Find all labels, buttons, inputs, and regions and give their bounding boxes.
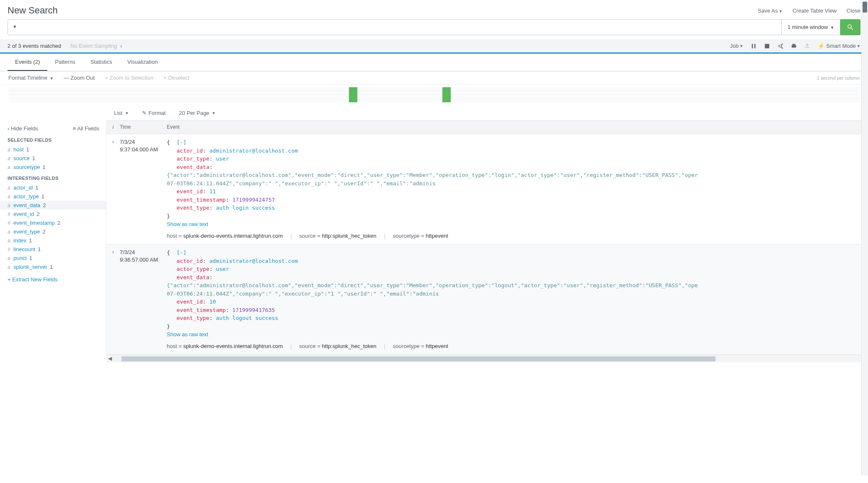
field-name: event_data	[13, 202, 40, 208]
field-type-indicator: a	[8, 147, 13, 153]
scrollbar-thumb[interactable]	[121, 356, 716, 361]
timeline-bar[interactable]	[349, 87, 357, 102]
pause-icon[interactable]	[751, 43, 757, 49]
expand-event-button[interactable]: ›	[106, 249, 120, 350]
field-toggle: ‹ Hide Fields ≡ All Fields	[8, 125, 99, 132]
field-count: 1	[29, 237, 32, 244]
create-table-view-button[interactable]: Create Table View	[793, 8, 837, 14]
tab-statistics[interactable]: Statistics	[83, 54, 120, 71]
field-type-indicator: a	[8, 255, 13, 261]
field-name: actor_type	[13, 193, 39, 200]
field-item-host[interactable]: ahost1	[8, 145, 99, 154]
save-as-button[interactable]: Save As▼	[758, 8, 783, 14]
field-type-indicator: a	[8, 185, 13, 191]
smart-mode-dropdown[interactable]: ⚡Smart Mode ▼	[818, 43, 860, 49]
column-header-info[interactable]: i	[106, 124, 120, 130]
tab-visualization[interactable]: Visualization	[120, 54, 165, 71]
job-controls: Job ▼ ⚡Smart Mode ▼	[730, 43, 860, 49]
event-source[interactable]: source = http:splunk_hec_token	[300, 342, 377, 351]
zoom-out-button[interactable]: — Zoom Out	[64, 75, 95, 81]
main-content: ‹ Hide Fields ≡ All Fields SELECTED FIEL…	[0, 120, 868, 355]
pencil-icon: ✎	[142, 110, 147, 116]
field-item-splunk_server[interactable]: asplunk_server1	[8, 262, 99, 271]
horizontal-scrollbar[interactable]: ◀ ▶	[106, 355, 868, 362]
field-name: host	[13, 146, 24, 153]
field-item-event_data[interactable]: aevent_data2	[0, 201, 106, 210]
svg-rect-3	[792, 45, 796, 47]
field-count: 1	[26, 146, 29, 153]
stop-icon[interactable]	[764, 43, 770, 49]
field-type-indicator: a	[8, 194, 13, 200]
field-name: event_type	[13, 229, 40, 235]
event-host[interactable]: host = splunk-demo-events.internal.light…	[167, 232, 283, 240]
time-range-picker[interactable]: 1 minute window ▼	[782, 19, 840, 35]
field-count: 1	[29, 255, 32, 261]
event-metadata: host = splunk-demo-events.internal.light…	[167, 342, 868, 351]
field-item-actor_type[interactable]: aactor_type1	[8, 192, 99, 201]
fields-sidebar: ‹ Hide Fields ≡ All Fields SELECTED FIEL…	[0, 120, 106, 355]
format-timeline-dropdown[interactable]: Format Timeline ▼	[8, 75, 54, 81]
svg-rect-0	[752, 44, 753, 48]
event-source[interactable]: source = http:splunk_hec_token	[300, 232, 377, 240]
scroll-left-arrow[interactable]: ◀	[108, 356, 112, 361]
format-row: List ▼ ✎ Format 20 Per Page ▼	[0, 106, 868, 120]
list-format-dropdown[interactable]: List ▼	[114, 110, 129, 116]
extract-new-fields-link[interactable]: + Extract New Fields	[8, 276, 99, 283]
tab-events[interactable]: Events (2)	[8, 54, 47, 71]
field-item-linecount[interactable]: #linecount1	[8, 245, 99, 254]
hide-fields-button[interactable]: ‹ Hide Fields	[8, 125, 38, 132]
search-query-input[interactable]	[13, 24, 776, 31]
event-metadata: host = splunk-demo-events.internal.light…	[167, 232, 868, 240]
column-header-event[interactable]: Event	[167, 124, 868, 130]
search-row: 1 minute window ▼	[0, 19, 868, 39]
scrollbar-thumb[interactable]	[863, 2, 867, 13]
field-item-sourcetype[interactable]: asourcetype1	[8, 163, 99, 171]
format-button[interactable]: ✎ Format	[142, 110, 165, 116]
event-body: { [-] actor_id: administrator@localhost.…	[167, 138, 868, 240]
show-as-raw-text-link[interactable]: Show as raw text	[167, 331, 208, 338]
run-search-button[interactable]	[840, 19, 860, 35]
job-dropdown[interactable]: Job ▼	[730, 43, 743, 49]
field-count: 2	[57, 220, 60, 226]
collapse-json-link[interactable]: [-]	[176, 249, 186, 256]
show-as-raw-text-link[interactable]: Show as raw text	[167, 221, 208, 227]
field-count: 2	[43, 202, 46, 208]
print-icon[interactable]	[791, 43, 797, 49]
event-host[interactable]: host = splunk-demo-events.internal.light…	[167, 342, 283, 351]
event-row: ›7/3/249:37:04.000 AM{ [-] actor_id: adm…	[106, 134, 868, 244]
collapse-json-link[interactable]: [-]	[176, 139, 186, 145]
field-item-event_id[interactable]: #event_id2	[8, 210, 99, 218]
field-type-indicator: a	[8, 203, 13, 208]
selected-fields-heading: SELECTED FIELDS	[8, 138, 99, 143]
tab-patterns[interactable]: Patterns	[47, 54, 83, 71]
field-item-event_timestamp[interactable]: #event_timestamp2	[8, 218, 99, 227]
events-area: i Time Event ›7/3/249:37:04.000 AM{ [-] …	[106, 120, 868, 355]
close-button[interactable]: Close	[847, 8, 860, 14]
event-body: { [-] actor_id: administrator@localhost.…	[167, 249, 868, 350]
field-name: event_timestamp	[13, 220, 55, 226]
timeline-scale-label: 1 second per column	[817, 75, 860, 80]
field-name: actor_id	[13, 184, 33, 191]
event-time: 7/3/249:36:57.000 AM	[120, 249, 167, 350]
per-page-dropdown[interactable]: 20 Per Page ▼	[179, 110, 215, 116]
field-item-source[interactable]: asource1	[8, 154, 99, 163]
timeline-bar[interactable]	[442, 87, 451, 102]
all-fields-button[interactable]: ≡ All Fields	[73, 125, 99, 132]
vertical-scrollbar[interactable]	[861, 0, 868, 362]
timeline-chart[interactable]	[8, 87, 860, 102]
timeline-controls: Format Timeline ▼ — Zoom Out + Zoom to S…	[0, 71, 868, 85]
field-item-index[interactable]: aindex1	[8, 236, 99, 245]
field-item-event_type[interactable]: aevent_type2	[8, 227, 99, 236]
search-input-wrapper	[8, 19, 782, 35]
expand-event-button[interactable]: ›	[106, 138, 120, 240]
event-sourcetype[interactable]: sourcetype = httpevent	[393, 232, 448, 240]
field-item-punct[interactable]: apunct1	[8, 254, 99, 262]
share-icon[interactable]	[778, 43, 783, 49]
event-sourcetype[interactable]: sourcetype = httpevent	[393, 342, 448, 351]
column-header-time[interactable]: Time	[120, 124, 167, 130]
field-item-actor_id[interactable]: aactor_id1	[8, 183, 99, 192]
event-sampling-dropdown[interactable]: No Event Sampling ▼	[70, 43, 123, 49]
svg-rect-4	[793, 44, 796, 45]
zoom-to-selection-button: + Zoom to Selection	[105, 75, 153, 81]
event-row: ›7/3/249:36:57.000 AM{ [-] actor_id: adm…	[106, 244, 868, 355]
